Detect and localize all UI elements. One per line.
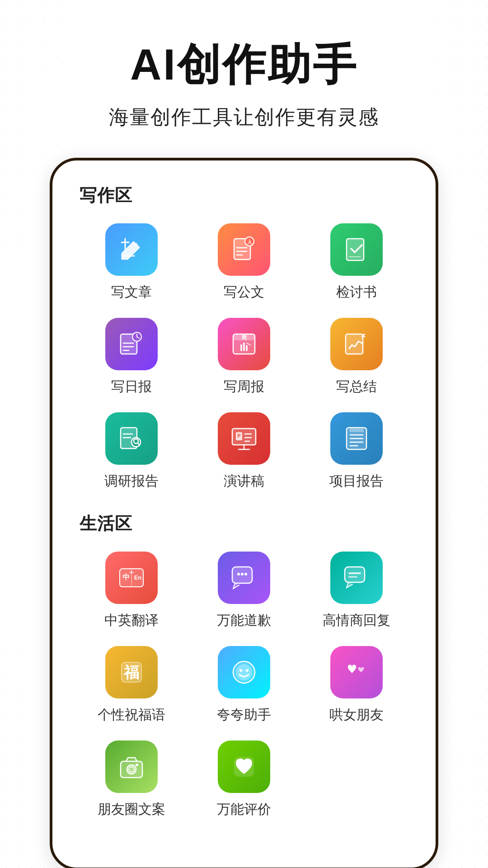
doc-clock-icon [117, 330, 146, 359]
icon-label-survey-report: 调研报告 [104, 472, 159, 491]
chat-reply-icon [342, 563, 371, 592]
doc-search-icon [117, 424, 146, 453]
icon-label-review: 万能评价 [217, 800, 271, 819]
page-subtitle: 海量创作工具让创作更有灵感 [109, 104, 379, 131]
doc-week-icon: 周 [230, 330, 258, 359]
svg-text:人: 人 [246, 239, 252, 245]
icon-item-review-letter[interactable]: 检讨书 [305, 223, 408, 302]
icon-item-write-article[interactable]: 写文章 [80, 223, 183, 302]
icon-box-translate: 中 En [105, 552, 158, 604]
svg-point-48 [244, 573, 247, 576]
icon-label-write-daily: 写日报 [111, 377, 152, 396]
svg-point-57 [246, 669, 249, 672]
icon-item-write-official[interactable]: 人 写公文 [192, 223, 296, 302]
icon-label-coax-girlfriend: 哄女朋友 [329, 706, 384, 724]
icon-item-project-report[interactable]: 项目报告 [305, 412, 408, 491]
svg-rect-27 [232, 429, 256, 445]
icon-item-bless-words[interactable]: 福 个性祝福语 [80, 646, 183, 724]
icon-label-praise: 夸夸助手 [217, 706, 271, 724]
icon-item-write-daily[interactable]: 写日报 [80, 318, 183, 396]
svg-point-47 [241, 573, 244, 576]
icon-box-speech: P [218, 412, 270, 465]
icon-box-write-summary [330, 318, 383, 370]
icon-label-bless-words: 个性祝福语 [98, 706, 165, 724]
doc-list-icon [342, 424, 371, 453]
svg-rect-50 [348, 572, 361, 574]
icon-box-high-eq-reply [330, 552, 383, 604]
doc-person-icon: 人 [230, 235, 258, 264]
translate-icon: 中 En [117, 563, 146, 592]
icon-item-high-eq-reply[interactable]: 高情商回复 [305, 552, 408, 630]
life-icon-grid: 中 En 中英翻译 [80, 552, 408, 819]
icon-label-write-weekly: 写周报 [224, 377, 264, 396]
svg-text:福: 福 [123, 664, 139, 681]
camera-icon [117, 752, 146, 781]
icon-label-apologize: 万能道歉 [217, 611, 271, 630]
svg-text:P: P [237, 433, 240, 439]
svg-text:En: En [134, 574, 141, 581]
svg-point-61 [136, 764, 138, 766]
svg-point-60 [129, 767, 134, 772]
icon-box-review [218, 741, 270, 793]
life-section-title: 生活区 [80, 512, 408, 535]
icon-item-praise[interactable]: 夸夸助手 [192, 646, 296, 724]
svg-point-1 [134, 243, 138, 246]
doc-chart-icon [342, 330, 371, 359]
page-wrapper: AI创作助手 海量创作工具让创作更有灵感 写作区 写文章 [0, 0, 488, 868]
face-smile-icon [230, 658, 258, 687]
page-title: AI创作助手 [130, 36, 358, 95]
icon-label-write-article: 写文章 [111, 283, 152, 302]
pen-icon [117, 235, 146, 264]
icon-box-review-letter [330, 223, 383, 276]
icon-item-speech[interactable]: P 演讲稿 [192, 412, 296, 491]
icon-box-write-weekly: 周 [218, 318, 270, 370]
icon-box-praise [218, 646, 270, 698]
icon-item-translate[interactable]: 中 En 中英翻译 [80, 552, 183, 630]
icon-box-moments-copy [105, 741, 158, 793]
icon-box-bless-words: 福 [105, 646, 158, 698]
chat-smile-icon [230, 563, 258, 592]
icon-label-moments-copy: 朋友圈文案 [98, 800, 165, 819]
icon-label-write-summary: 写总结 [336, 377, 377, 396]
icon-label-high-eq-reply: 高情商回复 [323, 611, 390, 630]
svg-rect-40 [349, 429, 364, 432]
icon-item-moments-copy[interactable]: 朋友圈文案 [80, 741, 183, 819]
icon-box-write-daily [105, 318, 158, 370]
fu-icon: 福 [117, 658, 146, 687]
icon-label-project-report: 项目报告 [329, 472, 384, 491]
svg-point-56 [239, 669, 242, 672]
icon-box-survey-report [105, 412, 158, 465]
svg-point-46 [237, 573, 240, 576]
hearts-icon [342, 658, 371, 687]
svg-point-55 [236, 664, 252, 680]
icon-label-speech: 演讲稿 [224, 472, 264, 491]
svg-rect-49 [345, 567, 365, 582]
icon-label-review-letter: 检讨书 [336, 283, 377, 302]
icon-item-survey-report[interactable]: 调研报告 [80, 412, 183, 491]
icon-label-translate: 中英翻译 [104, 611, 159, 630]
phone-frame: 写作区 写文章 [50, 158, 438, 868]
icon-label-write-official: 写公文 [224, 283, 264, 302]
writing-icon-grid: 写文章 人 写公文 [80, 223, 408, 491]
icon-box-apologize [218, 552, 270, 604]
presentation-icon: P [230, 424, 258, 453]
icon-box-coax-girlfriend [330, 646, 383, 698]
icon-item-apologize[interactable]: 万能道歉 [192, 552, 296, 630]
svg-rect-51 [348, 576, 357, 578]
doc-check-icon [342, 235, 371, 264]
svg-rect-20 [346, 334, 363, 354]
leaf-heart-icon [230, 752, 258, 781]
icon-item-review[interactable]: 万能评价 [192, 741, 296, 819]
svg-text:周: 周 [241, 335, 247, 341]
writing-section-title: 写作区 [80, 184, 408, 207]
icon-box-project-report [330, 412, 383, 465]
icon-item-write-summary[interactable]: 写总结 [305, 318, 408, 396]
svg-text:中: 中 [122, 573, 130, 581]
icon-box-write-official: 人 [218, 223, 270, 276]
icon-item-coax-girlfriend[interactable]: 哄女朋友 [305, 646, 408, 724]
icon-item-write-weekly[interactable]: 周 写周报 [192, 318, 296, 396]
icon-box-write-article [105, 223, 158, 276]
